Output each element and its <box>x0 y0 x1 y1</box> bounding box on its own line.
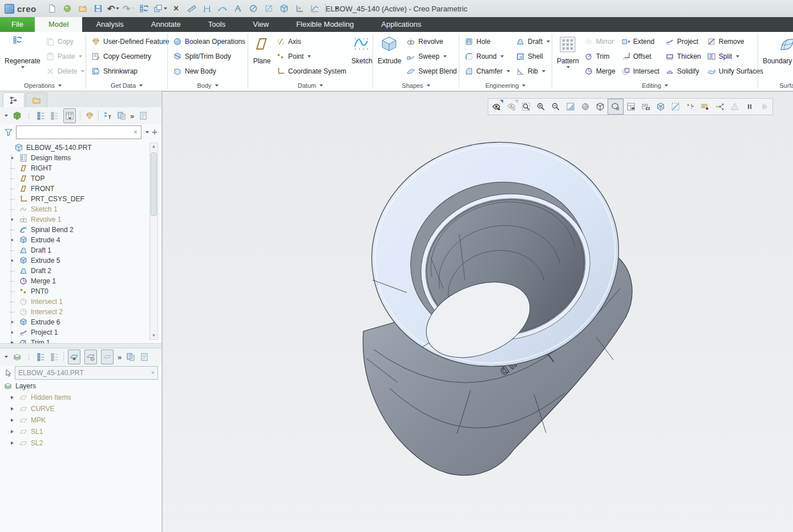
project-button[interactable]: Project <box>662 34 704 49</box>
new-file-icon[interactable] <box>44 2 59 15</box>
snapshot-icon[interactable] <box>638 99 653 114</box>
user-defined-feature-button[interactable]: User-Defined Feature <box>88 34 172 49</box>
remove-button[interactable]: Remove <box>704 34 766 49</box>
visibility-history-icon[interactable] <box>504 99 519 114</box>
scroll-down-icon[interactable]: ▼ <box>152 332 156 339</box>
measure-distance-icon[interactable] <box>200 2 215 15</box>
tree-item-trim-1[interactable]: Trim 1 <box>0 338 161 343</box>
layer-sl2[interactable]: SL2 <box>0 437 161 449</box>
tree-item-design-items[interactable]: Design Items <box>0 153 161 163</box>
point-button[interactable]: Point <box>273 49 349 64</box>
more-tools-chevron[interactable]: » <box>130 112 134 120</box>
clear-filter-icon[interactable]: × <box>132 128 139 136</box>
tab-tools[interactable]: Tools <box>195 17 239 32</box>
draft-button[interactable]: Draft <box>513 34 553 49</box>
tab-file[interactable]: File <box>0 17 35 32</box>
model-tree-tab[interactable] <box>3 92 25 107</box>
group-label[interactable]: Engineering <box>459 80 552 91</box>
tree-item-sketch-1[interactable]: Sketch 1 <box>0 204 161 214</box>
paste-button[interactable]: Paste <box>43 49 88 64</box>
pattern-button[interactable]: Pattern <box>555 34 581 68</box>
group-label[interactable]: Body <box>168 80 248 91</box>
axis-button[interactable]: Axis <box>273 34 349 49</box>
customize-qat-button[interactable] <box>329 2 343 15</box>
sections-icon[interactable] <box>668 99 683 114</box>
undo-icon[interactable]: ↶ <box>106 2 121 15</box>
add-filter-button[interactable]: + <box>152 127 157 138</box>
scroll-thumb[interactable] <box>151 152 157 216</box>
layers-more-chevron[interactable]: » <box>118 353 122 362</box>
unify-surfaces-button[interactable]: Unify Surfaces <box>704 64 766 79</box>
tree-columns-toggle[interactable] <box>63 108 76 123</box>
spin-center-icon[interactable] <box>713 99 727 114</box>
saved-orientations-icon[interactable] <box>608 99 624 115</box>
group-label[interactable]: Surfaces <box>758 80 793 91</box>
layers-list-icon[interactable] <box>139 352 149 362</box>
revolve-button[interactable]: Revolve <box>403 34 459 49</box>
datum-display-icon[interactable] <box>683 99 698 114</box>
measure-diameter-icon[interactable] <box>246 2 261 15</box>
shade-icon[interactable] <box>578 99 593 114</box>
layers-root[interactable]: Layers <box>0 380 161 392</box>
boolean-operations-button[interactable]: Boolean Operations <box>170 34 248 49</box>
tree-filter-input[interactable] <box>19 128 132 137</box>
tree-scrollbar[interactable]: ▲ ▼ <box>149 143 158 340</box>
solidify-button[interactable]: Solidify <box>662 64 704 79</box>
tree-settings-icon[interactable] <box>116 111 126 121</box>
tree-item-right[interactable]: RIGHT <box>0 163 161 173</box>
layers-menu-caret[interactable] <box>5 356 8 358</box>
tab-model[interactable]: Model <box>35 17 82 32</box>
split-trim-body-button[interactable]: Split/Trim Body <box>170 49 248 64</box>
filter-options-caret[interactable] <box>145 131 149 133</box>
hole-button[interactable]: Hole <box>462 34 513 49</box>
folder-browser-tab[interactable] <box>26 92 47 107</box>
thicken-button[interactable]: Thicken <box>662 49 704 64</box>
repaint-icon[interactable] <box>563 99 578 114</box>
mirror-button[interactable]: Mirror <box>581 34 618 49</box>
panel-splitter[interactable] <box>0 343 161 348</box>
regenerate-button[interactable]: Regenerate <box>2 34 43 68</box>
tab-analysis[interactable]: Analysis <box>82 17 137 32</box>
regenerate-manager-icon[interactable] <box>137 2 152 15</box>
tree-list-icon[interactable] <box>138 111 148 121</box>
shell-button[interactable]: Shell <box>513 49 553 64</box>
model-3d-view[interactable]: dn140 PP-R <box>163 92 793 532</box>
tab-annotate[interactable]: Annotate <box>137 17 195 32</box>
layers-stack-icon[interactable] <box>12 352 22 362</box>
tree-item-front[interactable]: FRONT <box>0 184 161 194</box>
tree-menu-caret[interactable] <box>5 115 8 117</box>
isolate-layer-toggle[interactable] <box>101 350 114 364</box>
rib-button[interactable]: Rib <box>513 64 553 79</box>
save-icon[interactable] <box>91 2 106 15</box>
expand-tree-icon[interactable] <box>36 111 46 121</box>
analysis-graph-icon[interactable] <box>308 2 322 15</box>
tab-view[interactable]: View <box>239 17 282 32</box>
tree-item-intersect-1[interactable]: Intersect 1 <box>0 297 161 307</box>
layers-collapse-icon[interactable] <box>50 352 59 362</box>
visibility-options-icon[interactable] <box>489 99 504 114</box>
swept-blend-button[interactable]: Swept Blend <box>403 64 459 79</box>
pause-icon[interactable] <box>742 99 757 114</box>
part-cube-icon[interactable] <box>12 111 22 121</box>
tab-flexible-modeling[interactable]: Flexible Modeling <box>282 17 367 32</box>
tree-item-pnt0[interactable]: PNT0 <box>0 286 161 297</box>
perspective-icon[interactable] <box>653 99 668 114</box>
measure-angle-icon[interactable] <box>230 2 245 15</box>
tree-item-revolve-1[interactable]: Revolve 1 <box>0 214 161 225</box>
copy-geometry-button[interactable]: Copy Geometry <box>88 49 172 64</box>
tree-item-intersect-2[interactable]: Intersect 2 <box>0 307 161 317</box>
zoom-window-icon[interactable] <box>519 99 533 114</box>
plane-button[interactable]: Plane <box>250 34 273 65</box>
tree-item-top[interactable]: TOP <box>0 173 161 184</box>
layer-curve[interactable]: CURVE <box>0 403 161 415</box>
split-button[interactable]: Split <box>704 49 766 64</box>
scroll-up-icon[interactable]: ▲ <box>152 143 156 150</box>
feature-filter-icon[interactable] <box>84 111 94 121</box>
trim-button[interactable]: Trim <box>581 49 618 64</box>
group-label[interactable]: Editing <box>552 80 758 91</box>
tree-item-prt-csys-def[interactable]: PRT_CSYS_DEF <box>0 194 161 204</box>
show-layer-toggle[interactable] <box>68 350 80 364</box>
tree-item-extrude-5[interactable]: Extrude 5 <box>0 255 161 266</box>
measure-icon[interactable] <box>184 2 199 15</box>
tree-item-spinal-bend-2[interactable]: Spinal Bend 2 <box>0 225 161 235</box>
